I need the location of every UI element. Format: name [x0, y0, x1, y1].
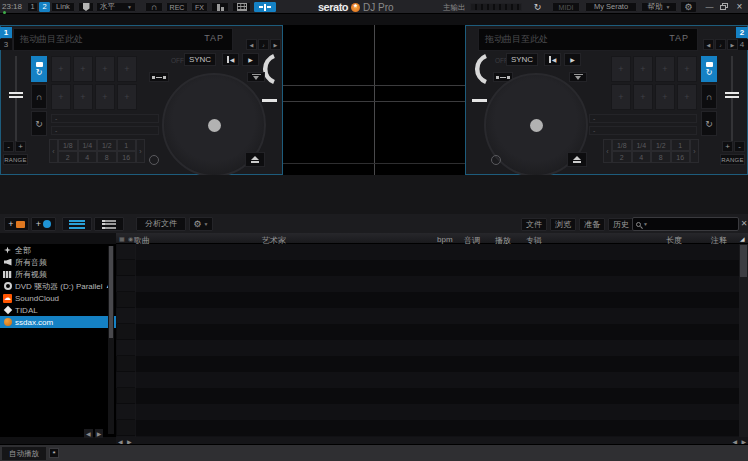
pitch-slider[interactable] [725, 56, 739, 148]
sync-button[interactable]: SYNC [184, 53, 216, 66]
loop-size-cell[interactable]: 1/4 [78, 139, 98, 151]
loop-slot[interactable]: - [51, 126, 159, 135]
performance-pad[interactable]: + [611, 56, 631, 82]
sidebar-item-5[interactable]: ☁SoundCloud [0, 292, 116, 304]
cue-mode-button[interactable]: ∩ [31, 84, 47, 109]
pitch-range-plus-button[interactable]: + [722, 141, 733, 152]
loop-slot[interactable]: - [589, 114, 697, 123]
loop-mode-button[interactable]: ↻ [31, 111, 47, 136]
pad-view-button[interactable] [232, 2, 251, 12]
loop-size-cell[interactable]: 1/4 [632, 139, 652, 151]
loop-size-cell[interactable]: 8 [651, 151, 671, 163]
library-vertical-scrollbar[interactable] [739, 244, 748, 437]
beat-jump-button[interactable] [149, 72, 169, 82]
prev-track-icon[interactable]: ◀ [703, 39, 714, 50]
track-icon[interactable]: ♪ [715, 39, 726, 50]
sidebar-item-1[interactable]: 全部 [0, 244, 116, 256]
my-serato-button[interactable]: My Serato [585, 2, 637, 12]
panel-tab-2[interactable]: 浏览 [550, 218, 576, 231]
tap-button[interactable]: TAP [669, 33, 689, 43]
add-crate-button[interactable]: + [4, 217, 29, 231]
performance-pad[interactable]: + [633, 84, 653, 110]
performance-pad[interactable]: + [677, 84, 697, 110]
loop-size-cell[interactable]: 16 [117, 151, 137, 163]
loop-size-cell[interactable]: 1/8 [612, 139, 632, 151]
loop-slot[interactable]: - [51, 114, 159, 123]
loop-size-cell[interactable]: 4 [632, 151, 652, 163]
cue-mode-button[interactable]: ∩ [701, 84, 717, 109]
loop-size-cell[interactable]: 1 [671, 139, 691, 151]
performance-pad[interactable]: + [73, 84, 93, 110]
pitch-range-minus-button[interactable]: - [734, 141, 745, 152]
loop-slot[interactable]: - [589, 126, 697, 135]
sidebar-item-4[interactable]: DVD 驱动器 (D:) Parallel▲ [0, 280, 116, 292]
autoplay-checkbox[interactable]: * [49, 448, 59, 458]
waveform-filter-button[interactable] [569, 72, 587, 82]
loop-size-cell[interactable]: 1/2 [97, 139, 117, 151]
loop-scroll-right[interactable]: › [690, 139, 699, 163]
slip-mode-button[interactable] [149, 155, 159, 165]
scroll-right-icon[interactable]: ▶ [95, 429, 104, 438]
rec-panel-button[interactable]: REC [166, 2, 188, 12]
pitch-range-button[interactable]: RANGE [720, 154, 745, 165]
link-button[interactable]: Link [51, 2, 75, 12]
loop-scroll-left[interactable]: ‹ [603, 139, 612, 163]
performance-pad[interactable]: + [655, 84, 675, 110]
performance-pad[interactable]: + [117, 56, 137, 82]
deck-number-tab[interactable]: 2 [736, 27, 748, 38]
analyze-files-button[interactable]: 分析文件 [136, 217, 186, 231]
eject-button[interactable] [245, 152, 265, 167]
next-track-icon[interactable]: ▶ [270, 39, 281, 50]
limiter-button[interactable] [78, 2, 94, 12]
performance-pad[interactable]: + [51, 56, 71, 82]
loop-size-cell[interactable]: 1/2 [651, 139, 671, 151]
window-restore-button[interactable] [718, 3, 731, 13]
loop-size-cell[interactable]: 1/8 [58, 139, 78, 151]
loop-scroll-left[interactable]: ‹ [49, 139, 58, 163]
sampler-panel-button[interactable] [211, 2, 229, 12]
play-button[interactable]: ▶ [564, 53, 581, 66]
track-icon[interactable]: ♪ [258, 39, 269, 50]
cue-loop-mode-button[interactable]: ↻ [31, 56, 47, 82]
performance-pad[interactable]: + [95, 84, 115, 110]
loop-size-cell[interactable]: 16 [671, 151, 691, 163]
loop-size-cell[interactable]: 4 [78, 151, 98, 163]
sidebar-scrollbar[interactable] [108, 246, 114, 434]
pitch-range-button[interactable]: RANGE [3, 154, 28, 165]
midi-button[interactable]: MIDI [552, 2, 580, 12]
track-title-strip[interactable]: 拖动曲目至此处TAP [13, 28, 233, 51]
performance-pad[interactable]: + [677, 56, 697, 82]
fx-panel-button[interactable]: FX [191, 2, 208, 12]
display-mode-button[interactable] [254, 2, 276, 12]
analysis-settings-button[interactable]: ⚙ ▼ [189, 217, 213, 231]
scroll-left-icon[interactable]: ◀ [84, 429, 93, 438]
panel-tab-4[interactable]: 历史 [608, 218, 634, 231]
track-list[interactable] [116, 244, 739, 437]
sidebar-item-6[interactable]: TIDAL [0, 304, 116, 316]
tap-button[interactable]: TAP [204, 33, 224, 43]
play-button[interactable]: ▶ [242, 53, 259, 66]
sidebar-item-2[interactable]: 所有音频 [0, 256, 116, 268]
slip-mode-button[interactable] [491, 155, 501, 165]
next-track-icon[interactable]: ▶ [727, 39, 738, 50]
loop-size-cell[interactable]: 2 [58, 151, 78, 163]
deck-number-tab[interactable]: 1 [0, 27, 12, 38]
deck-count-2-button[interactable]: 1 [27, 2, 38, 12]
deck-count-4-button[interactable]: 2 [39, 2, 50, 12]
list-view-button[interactable] [62, 217, 92, 231]
performance-pad[interactable]: + [655, 56, 675, 82]
sync-button[interactable]: SYNC [506, 53, 538, 66]
performance-pad[interactable]: + [633, 56, 653, 82]
cue-previous-button[interactable]: ◀ [222, 53, 239, 66]
add-smart-crate-button[interactable]: + [31, 217, 56, 231]
pitch-range-plus-button[interactable]: + [15, 141, 26, 152]
cue-previous-button[interactable]: ◀ [544, 53, 561, 66]
column-sort-corner[interactable]: ◢ [740, 235, 745, 242]
eject-button[interactable] [567, 152, 587, 167]
sidebar-item-3[interactable]: 所有视频 [0, 268, 116, 280]
settings-button[interactable]: ⚙ [681, 2, 696, 12]
performance-pad[interactable]: + [73, 56, 93, 82]
loop-size-cell[interactable]: 2 [612, 151, 632, 163]
window-close-button[interactable]: × [733, 1, 746, 12]
prev-track-icon[interactable]: ◀ [246, 39, 257, 50]
